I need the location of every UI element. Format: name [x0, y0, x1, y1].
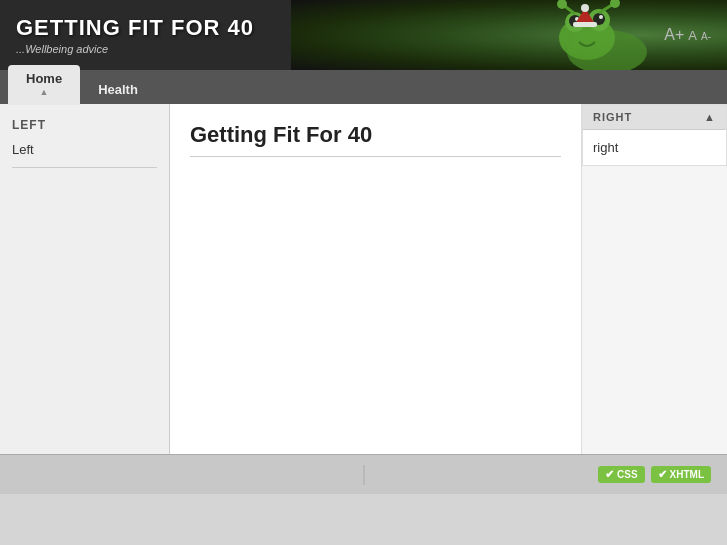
site-title: GETTING FIT FOR 40 [16, 15, 254, 41]
right-panel-collapse-icon[interactable]: ▲ [704, 111, 716, 123]
content-heading: Getting Fit For 40 [190, 122, 561, 157]
right-panel-title: RIGHT [593, 111, 632, 123]
xhtml-badge-check: ✔ [658, 468, 667, 481]
sidebar-right: RIGHT ▲ right [582, 104, 727, 454]
footer-bar: ✔ CSS ✔ XHTML [0, 454, 727, 494]
tab-health-label: Health [98, 82, 138, 97]
right-panel-text: right [593, 140, 716, 155]
xhtml-badge-label: XHTML [670, 469, 704, 480]
bottom-area [0, 494, 727, 545]
right-panel: RIGHT ▲ right [582, 104, 727, 166]
font-decrease-button[interactable]: A- [701, 31, 711, 42]
sidebar-left: LEFT Left [0, 104, 170, 454]
svg-point-7 [599, 15, 603, 19]
font-reset-button[interactable]: A [688, 28, 697, 43]
xhtml-badge[interactable]: ✔ XHTML [651, 466, 711, 483]
css-badge-label: CSS [617, 469, 638, 480]
footer-divider [363, 465, 364, 485]
site-subtitle: ...Wellbeing advice [16, 43, 254, 55]
right-panel-header: RIGHT ▲ [583, 105, 726, 130]
header-title-area: GETTING FIT FOR 40 ...Wellbeing advice [16, 15, 254, 55]
sidebar-link-left[interactable]: Left [12, 142, 157, 157]
sidebar-divider [12, 167, 157, 168]
tab-health[interactable]: Health [80, 76, 156, 104]
left-section-title: LEFT [12, 118, 157, 132]
footer-badges: ✔ CSS ✔ XHTML [598, 466, 711, 483]
navigation: Home ▲ Health [0, 70, 727, 104]
font-controls: A+ A A- [664, 26, 711, 44]
svg-rect-9 [573, 22, 597, 27]
frog-decoration [507, 0, 667, 70]
tab-home[interactable]: Home ▲ [8, 65, 80, 104]
tab-home-caret: ▲ [26, 87, 62, 97]
main-wrapper: LEFT Left Getting Fit For 40 RIGHT ▲ rig… [0, 104, 727, 454]
header: GETTING FIT FOR 40 ...Wellbeing advice A… [0, 0, 727, 70]
css-badge[interactable]: ✔ CSS [598, 466, 645, 483]
content-area: Getting Fit For 40 [170, 104, 582, 454]
css-badge-check: ✔ [605, 468, 614, 481]
tab-home-label: Home [26, 71, 62, 86]
font-increase-button[interactable]: A+ [664, 26, 684, 44]
svg-point-10 [581, 4, 589, 12]
right-panel-body: right [583, 130, 726, 165]
